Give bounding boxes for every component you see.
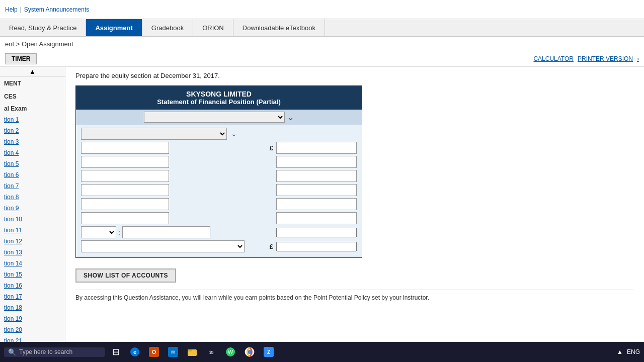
taskbar-right: ▲ ENG [617,348,640,355]
sidebar-item-4[interactable]: tion 5 [0,158,65,169]
announcements-link[interactable]: System Announcements [24,6,89,13]
tools-right: CALCULATOR PRINTER VERSION › [533,55,639,62]
sidebar-item-10[interactable]: tion 11 [0,225,65,236]
sidebar-item-17[interactable]: tion 18 [0,302,65,313]
sidebar-item-16[interactable]: tion 17 [0,291,65,302]
section-dropdown[interactable] [81,128,227,140]
taskbar-zoom-icon[interactable]: Z [261,344,277,360]
tab-gradebook[interactable]: Gradebook [142,19,193,36]
sidebar: ▲ MENT CES al Exam tion 1 tion 2 tion 3 … [0,67,65,358]
form-row-top-dropdown: ⌄ [81,128,357,140]
show-list-button[interactable]: SHOW LIST OF ACCOUNTS [75,268,176,283]
taskbar-whatsapp-icon[interactable]: W [222,344,238,360]
svg-text:e: e [133,349,136,355]
taskbar-taskview-icon[interactable]: ⊟ [108,344,124,360]
sidebar-item-9[interactable]: tion 10 [0,214,65,225]
search-icon: 🔍 [8,348,16,356]
tab-orion[interactable]: ORION [193,19,233,36]
sidebar-item-7[interactable]: tion 8 [0,192,65,203]
tools-bar: TIMER CALCULATOR PRINTER VERSION › [0,51,644,67]
form-row-3 [81,170,357,182]
fin-date-row: ⌄ [76,110,362,125]
amount-input-2[interactable] [276,156,357,168]
breadcrumb: ent > Open Assignment [0,37,644,51]
content-area: Prepare the equity section at December 3… [65,67,644,358]
taskbar-search[interactable]: 🔍 Type here to search [4,347,105,357]
form-row-1: £ [81,142,357,154]
date-dropdown-arrow[interactable]: ⌄ [287,112,294,123]
sidebar-item-19[interactable]: tion 20 [0,324,65,335]
small-dropdown[interactable] [81,226,116,238]
sidebar-item-13[interactable]: tion 14 [0,258,65,269]
sidebar-scroll-up[interactable]: ▲ [0,67,65,77]
timer-button[interactable]: TIMER [5,53,37,64]
tab-bar: Read, Study & Practice Assignment Gradeb… [0,19,644,37]
sidebar-item-14[interactable]: tion 15 [0,269,65,280]
amount-input-4[interactable] [276,184,357,196]
taskbar-office-icon[interactable]: O [146,344,162,360]
label-input-5[interactable] [81,198,169,210]
breadcrumb-current: Open Assignment [22,40,73,48]
total-amount-input[interactable] [276,242,357,251]
taskbar-edge-icon[interactable]: e [127,344,143,360]
breadcrumb-separator: > [16,40,20,48]
taskbar-lang: ENG [627,348,640,355]
sidebar-item-11[interactable]: tion 12 [0,236,65,247]
sidebar-item-15[interactable]: tion 16 [0,280,65,291]
amount-input-3[interactable] [276,170,357,182]
label-input-4[interactable] [81,184,169,196]
svg-text:Z: Z [267,349,270,355]
sidebar-item-0[interactable]: tion 1 [0,114,65,125]
date-dropdown[interactable] [144,112,285,123]
label-input-6[interactable] [81,212,169,224]
fin-header: SKYSONG LIMITED Statement of Financial P… [76,86,362,110]
total-dropdown[interactable] [81,240,245,252]
amount-input-5[interactable] [276,198,357,210]
calculator-button[interactable]: CALCULATOR [533,55,574,62]
search-placeholder-label: Type here to search [19,348,72,355]
financial-statement: SKYSONG LIMITED Statement of Financial P… [75,85,362,258]
form-row-4 [81,184,357,196]
sidebar-item-6[interactable]: tion 7 [0,180,65,192]
label-input-1[interactable] [81,142,169,154]
amount-input-6[interactable] [276,212,357,224]
taskbar-chrome-icon[interactable] [242,344,258,360]
sidebar-item-3[interactable]: tion 4 [0,147,65,158]
taskbar-mail-icon[interactable]: ✉ [165,344,181,360]
form-total-row: £ [81,240,357,252]
sidebar-header1: MENT [0,77,65,90]
sidebar-header2: CES [0,90,65,103]
tab-etextbook[interactable]: Downloadable eTextbook [233,19,325,36]
sidebar-item-5[interactable]: tion 6 [0,169,65,180]
sidebar-item-12[interactable]: tion 13 [0,247,65,258]
help-link[interactable]: Help [5,6,18,13]
more-button[interactable]: › [637,55,639,62]
tab-read-study[interactable]: Read, Study & Practice [0,19,86,36]
svg-text:✉: ✉ [171,349,175,355]
form-row-dropdown-colon: : [81,226,357,238]
svg-text:O: O [152,349,156,355]
taskbar-folder-icon[interactable] [184,344,200,360]
breadcrumb-prefix: ent [5,40,14,48]
footer-note: By accessing this Question Assistance, y… [75,290,634,301]
taskbar-store-icon[interactable]: 🛍 [203,344,219,360]
section-dropdown-arrow[interactable]: ⌄ [231,130,237,138]
amount-input-1[interactable] [276,142,357,154]
taskbar-up-arrow[interactable]: ▲ [617,348,623,355]
sidebar-item-exam[interactable]: al Exam [0,103,65,114]
sidebar-item-1[interactable]: tion 2 [0,125,65,136]
svg-text:🛍: 🛍 [209,349,214,355]
tab-assignment[interactable]: Assignment [86,19,142,36]
label-input-3[interactable] [81,170,169,182]
printer-button[interactable]: PRINTER VERSION [578,55,633,62]
statement-title: Statement of Financial Position (Partial… [78,98,360,106]
form-row-2 [81,156,357,168]
sidebar-item-8[interactable]: tion 9 [0,203,65,214]
form-body: ⌄ £ [76,125,362,257]
sidebar-item-2[interactable]: tion 3 [0,136,65,147]
label-input-2[interactable] [81,156,169,168]
sidebar-item-18[interactable]: tion 19 [0,313,65,324]
amount-input-mid[interactable] [276,228,357,237]
dropdown-text-input[interactable] [122,226,210,238]
form-row-5 [81,198,357,210]
